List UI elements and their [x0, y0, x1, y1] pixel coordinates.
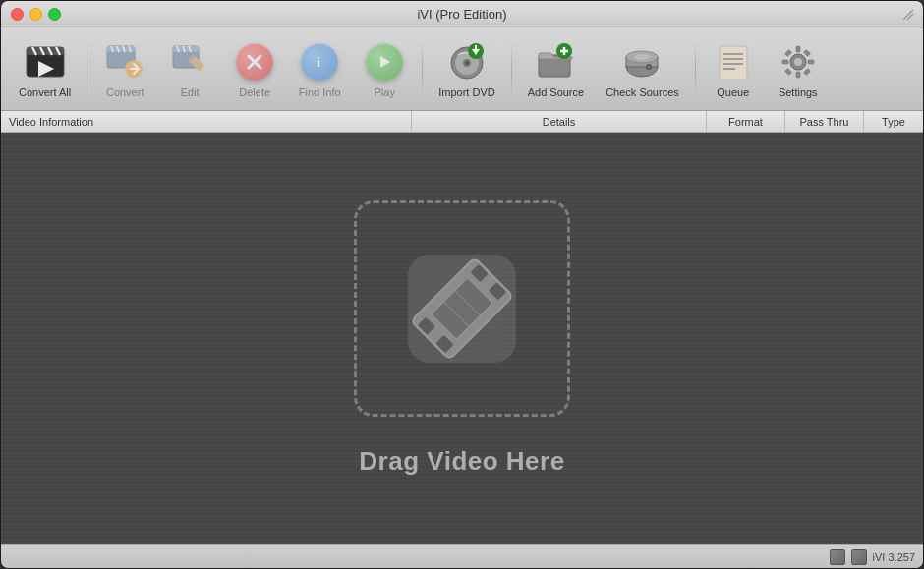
drag-video-text: Drag Video Here: [359, 446, 564, 477]
add-source-label: Add Source: [528, 86, 584, 98]
convert-label: Convert: [106, 86, 144, 98]
check-sources-button[interactable]: Check Sources: [596, 34, 689, 104]
import-dvd-icon: [445, 40, 489, 84]
resize-icon[interactable]: [901, 8, 915, 22]
svg-rect-57: [803, 68, 810, 75]
svg-rect-55: [803, 49, 810, 56]
toolbar: Convert All Convert: [1, 28, 923, 111]
col-type-label: Type: [882, 116, 905, 128]
find-info-label: Find Info: [299, 86, 341, 98]
separator-3: [511, 40, 512, 99]
maximize-button[interactable]: [48, 8, 61, 21]
svg-rect-53: [808, 60, 814, 64]
queue-icon: [712, 40, 755, 84]
svg-point-40: [634, 54, 650, 60]
settings-icon: [777, 40, 820, 84]
svg-rect-56: [784, 68, 791, 75]
settings-button[interactable]: Settings: [767, 34, 830, 104]
convert-button[interactable]: Convert: [93, 34, 156, 104]
svg-rect-52: [782, 60, 788, 64]
separator-4: [695, 40, 696, 99]
status-icon-2[interactable]: [851, 549, 867, 565]
convert-all-button[interactable]: Convert All: [9, 34, 81, 104]
window-title: iVI (Pro Edition): [417, 7, 506, 22]
col-passthru-label: Pass Thru: [800, 116, 849, 128]
col-header-passthru[interactable]: Pass Thru: [785, 111, 864, 132]
drop-zone[interactable]: [354, 200, 570, 417]
svg-point-42: [648, 66, 651, 69]
edit-label: Edit: [181, 86, 200, 98]
svg-point-29: [465, 61, 469, 65]
svg-marker-25: [380, 56, 390, 68]
title-bar: iVI (Pro Edition): [1, 1, 923, 28]
queue-button[interactable]: Queue: [702, 34, 765, 104]
edit-icon: [168, 40, 211, 84]
queue-label: Queue: [717, 86, 749, 98]
settings-label: Settings: [779, 86, 818, 98]
import-dvd-button[interactable]: Import DVD: [429, 34, 504, 104]
play-icon: [363, 40, 406, 84]
play-label: Play: [375, 86, 395, 98]
col-video-info-label: Video Information: [9, 116, 93, 128]
check-sources-label: Check Sources: [606, 86, 679, 98]
window-controls: [11, 8, 61, 21]
convert-all-icon: [24, 40, 67, 84]
edit-button[interactable]: Edit: [158, 34, 221, 104]
col-header-type[interactable]: Type: [864, 111, 923, 132]
column-headers: Video Information Details Format Pass Th…: [1, 111, 923, 133]
svg-rect-43: [720, 46, 747, 80]
delete-label: Delete: [239, 86, 270, 98]
convert-all-label: Convert All: [19, 86, 71, 98]
close-button[interactable]: [11, 8, 24, 21]
delete-button[interactable]: Delete: [223, 34, 286, 104]
delete-icon: [233, 40, 276, 84]
separator-2: [422, 40, 423, 99]
status-bar: iVI 3.257: [1, 544, 923, 568]
col-header-details[interactable]: Details: [412, 111, 707, 132]
col-header-video-info[interactable]: Video Information: [1, 111, 412, 132]
add-source-icon: [534, 40, 577, 84]
content-area[interactable]: Drag Video Here: [1, 133, 923, 544]
film-icon: [398, 245, 526, 372]
svg-rect-54: [784, 49, 791, 56]
import-dvd-label: Import DVD: [438, 86, 494, 98]
play-button[interactable]: Play: [353, 34, 416, 104]
svg-point-49: [794, 58, 802, 66]
convert-icon: [103, 40, 146, 84]
minimize-button[interactable]: [29, 8, 42, 21]
svg-rect-50: [796, 46, 800, 52]
col-format-label: Format: [728, 116, 763, 128]
main-window: iVI (Pro Edition): [0, 0, 924, 569]
col-header-format[interactable]: Format: [707, 111, 785, 132]
version-label: iVI 3.257: [873, 551, 915, 563]
separator-1: [87, 40, 87, 99]
find-info-icon: i: [298, 40, 341, 84]
add-source-button[interactable]: Add Source: [518, 34, 594, 104]
svg-text:i: i: [317, 55, 320, 70]
check-sources-icon: [620, 40, 664, 84]
find-info-button[interactable]: i Find Info: [288, 34, 351, 104]
svg-rect-51: [796, 72, 800, 78]
status-icon-1[interactable]: [830, 549, 845, 565]
col-details-label: Details: [543, 116, 576, 128]
